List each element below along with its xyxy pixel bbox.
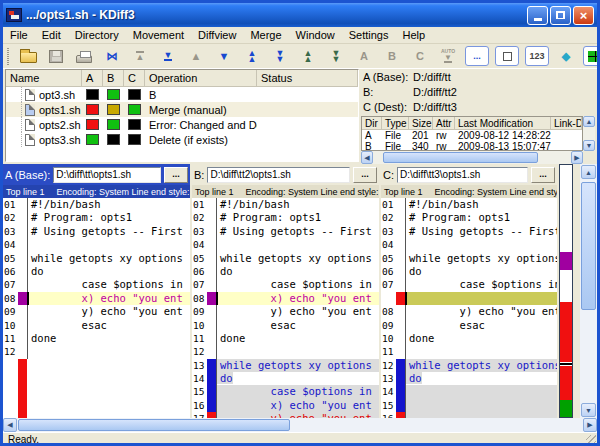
diff-pane-b: B:D:\diff\tt2\opts1.sh...Top line 1Encod…	[192, 164, 379, 418]
show-line-numbers-button[interactable]: 123	[525, 46, 549, 66]
toolbar-grip[interactable]	[7, 48, 9, 65]
browse-button[interactable]: ...	[531, 167, 555, 183]
select-line-b-icon[interactable]: B	[381, 47, 403, 66]
attr-column-attr[interactable]: Attr	[433, 117, 455, 129]
go-last-delta-icon[interactable]: ▼	[157, 47, 179, 66]
go-next-conflict-icon[interactable]: ▼▼	[269, 47, 291, 66]
column-header-status[interactable]: Status	[257, 70, 358, 87]
browse-button[interactable]: ...	[164, 167, 188, 183]
dir-table-hscrollbar[interactable]: ◀ ▶	[361, 151, 583, 164]
diff-overview-column[interactable]	[559, 164, 573, 418]
menu-edit[interactable]: Edit	[35, 28, 68, 42]
menu-merge[interactable]: Merge	[243, 28, 288, 42]
scroll-right-icon[interactable]: ▶	[583, 418, 597, 432]
diff-mark	[18, 198, 27, 211]
print-icon[interactable]	[73, 47, 95, 66]
overview-segment	[560, 366, 572, 400]
attr-column-link[interactable]: Link-Destin	[551, 117, 582, 129]
menu-settings[interactable]: Settings	[342, 28, 396, 42]
b-label: B:	[361, 86, 413, 98]
show-whitespace-chars-button[interactable]: ...	[465, 46, 489, 66]
column-header-b[interactable]: B	[103, 70, 124, 87]
close-button[interactable]: ×	[573, 6, 594, 25]
menu-movement[interactable]: Movement	[126, 28, 191, 42]
file-row-opts3.sh[interactable]: opts3.shDelete (if exists)	[6, 132, 358, 147]
show-window-a-button[interactable]	[583, 46, 600, 66]
go-prev-unsolved-conflict-icon[interactable]: ▲▲	[297, 47, 319, 66]
scroll-down-icon[interactable]: ▼	[581, 403, 596, 417]
attr-row[interactable]: AFile201rw2009-08-12 14:28:22	[362, 130, 582, 141]
scroll-thumb[interactable]	[581, 182, 596, 310]
select-line-a-icon[interactable]: A	[353, 47, 375, 66]
diff-hscrollbar[interactable]: ◀ ▶	[3, 418, 597, 432]
operation-cell[interactable]: Delete (if exists)	[145, 134, 257, 146]
scroll-right-icon[interactable]: ▶	[571, 151, 583, 164]
c-dest-path: D:/diff/tt3	[413, 101, 457, 113]
operation-cell[interactable]: Merge (manual)	[145, 104, 257, 116]
pane-path-input[interactable]: D:\diff\tt\opts1.sh	[53, 167, 161, 183]
scroll-left-icon[interactable]: ◀	[3, 418, 17, 432]
line-text: while getopts xy options	[27, 252, 190, 265]
open-icon[interactable]	[17, 47, 39, 66]
scroll-up-icon[interactable]: ▲	[583, 116, 595, 127]
operation-cell[interactable]: Error: Changed and Deleted	[145, 119, 257, 131]
pane-path-input[interactable]: D:\diff\tt3\opts1.sh	[397, 167, 528, 183]
column-header-c[interactable]: C	[124, 70, 145, 87]
attr-cell: 340	[409, 141, 433, 151]
split-orientation-icon[interactable]: ◆	[555, 47, 577, 66]
line-text: case $options in	[216, 278, 379, 291]
scroll-down-icon[interactable]: ▼	[583, 140, 595, 151]
attr-column-dir[interactable]: Dir	[362, 117, 382, 129]
file-row-opts2.sh[interactable]: opts2.shError: Changed and Deleted	[6, 117, 358, 132]
column-header-operation[interactable]: Operation	[145, 70, 257, 87]
column-header-name[interactable]: Name	[6, 70, 82, 87]
pane-path-input[interactable]: D:\diff\tt2\opts1.sh	[207, 167, 350, 183]
go-next-delta-icon[interactable]: ▼	[213, 47, 235, 66]
attr-column-size[interactable]: Size	[409, 117, 433, 129]
pane-a-header[interactable]: A (Base):D:\diff\tt\opts1.sh...	[3, 164, 190, 185]
select-line-c-icon[interactable]: C	[409, 47, 431, 66]
minimize-button[interactable]	[527, 6, 548, 25]
menu-window[interactable]: Window	[289, 28, 342, 42]
pane-b-text[interactable]: 01#!/bin/bash02# Program: opts103# Using…	[192, 198, 379, 418]
file-row-opts1.sh[interactable]: opts1.shMerge (manual)	[6, 102, 358, 117]
overview-segment	[560, 400, 572, 417]
menu-directory[interactable]: Directory	[68, 28, 126, 42]
menu-help[interactable]: Help	[395, 28, 432, 42]
go-prev-conflict-icon[interactable]: ▲▲	[241, 47, 263, 66]
pane-b-header[interactable]: B:D:\diff\tt2\opts1.sh...	[192, 164, 379, 185]
overview-segment	[560, 363, 572, 365]
pane-c-header[interactable]: C:D:\diff\tt3\opts1.sh...	[381, 164, 557, 185]
go-current-delta-icon[interactable]: ⋈	[101, 47, 123, 66]
title-bar[interactable]: .../opts1.sh - KDiff3 ×	[3, 3, 597, 27]
attr-column-type[interactable]: Type	[382, 117, 409, 129]
auto-advance-icon[interactable]: AUTO▼	[437, 47, 459, 66]
scroll-thumb[interactable]	[383, 152, 538, 163]
attr-row[interactable]: BFile340rw2009-08-13 15:07:47	[362, 141, 582, 151]
scroll-up-icon[interactable]: ▲	[581, 165, 596, 179]
file-list[interactable]: NameABCOperationStatus opt3.shBopts1.shM…	[5, 69, 359, 162]
menu-file[interactable]: File	[3, 28, 35, 42]
resize-grip[interactable]	[586, 435, 596, 445]
scroll-left-icon[interactable]: ◀	[361, 151, 373, 164]
go-first-delta-icon[interactable]: ▲	[129, 47, 151, 66]
diff-vscrollbar[interactable]: ▲ ▼	[580, 164, 597, 418]
diff-mark	[396, 345, 405, 358]
operation-cell[interactable]: B	[145, 89, 257, 101]
go-prev-delta-icon[interactable]: ▲	[185, 47, 207, 66]
menu-diffview[interactable]: Diffview	[191, 28, 243, 42]
attr-column-mod[interactable]: Last Modification	[455, 117, 551, 129]
column-header-a[interactable]: A	[82, 70, 103, 87]
diff-mark	[18, 265, 27, 278]
save-icon[interactable]	[45, 47, 67, 66]
file-attributes-table[interactable]: DirTypeSizeAttrLast ModificationLink-Des…	[361, 116, 583, 151]
scroll-thumb[interactable]	[18, 419, 290, 431]
browse-button[interactable]: ...	[353, 167, 377, 183]
dir-table-vscrollbar[interactable]: ▲ ▼	[583, 116, 595, 151]
show-whitespace-button[interactable]	[495, 46, 519, 66]
pane-c-text[interactable]: 01#!/bin/bash02# Program: opts103# Using…	[381, 198, 557, 418]
go-next-unsolved-conflict-icon[interactable]: ▼▼	[325, 47, 347, 66]
maximize-button[interactable]	[550, 6, 571, 25]
file-row-opt3.sh[interactable]: opt3.shB	[6, 87, 358, 102]
pane-a-text[interactable]: 01#!/bin/bash02# Program: opts103# Using…	[3, 198, 190, 418]
